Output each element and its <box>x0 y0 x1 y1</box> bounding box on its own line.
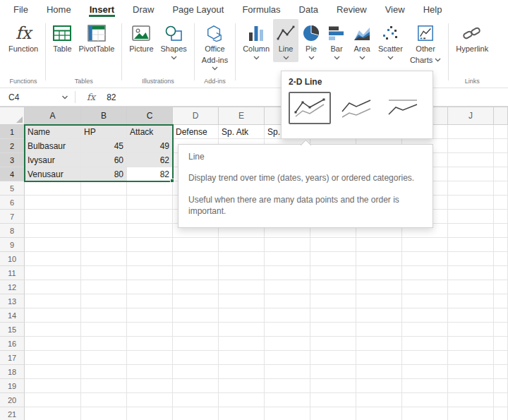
cell-E20[interactable] <box>219 393 265 407</box>
cell-E9[interactable] <box>219 238 265 252</box>
cell-J8[interactable] <box>448 224 494 238</box>
cell-A15[interactable] <box>25 323 81 337</box>
tab-review[interactable]: Review <box>327 1 376 17</box>
select-all-corner[interactable] <box>0 107 25 125</box>
tab-view[interactable]: View <box>376 1 414 17</box>
cell-B16[interactable] <box>81 337 127 351</box>
cell-G10[interactable] <box>310 252 356 266</box>
cell-J11[interactable] <box>448 266 494 280</box>
cell-F19[interactable] <box>265 379 310 393</box>
pie-chart-button[interactable]: Pie <box>298 19 324 62</box>
cell-A19[interactable] <box>25 379 81 393</box>
cell-A14[interactable] <box>25 308 81 323</box>
cell-J12[interactable] <box>448 280 494 294</box>
cell-F10[interactable] <box>265 252 310 266</box>
cell-C8[interactable] <box>127 224 173 238</box>
cell-A21[interactable] <box>25 407 81 420</box>
picture-button[interactable]: Picture <box>126 19 157 56</box>
cell-J17[interactable] <box>448 351 494 365</box>
other-charts-button[interactable]: Other Charts <box>406 19 445 66</box>
cell-A11[interactable] <box>25 266 81 280</box>
cell-F12[interactable] <box>265 280 310 294</box>
row-header-19[interactable]: 19 <box>0 379 25 393</box>
row-header-18[interactable]: 18 <box>0 365 25 379</box>
cell-F20[interactable] <box>265 393 310 407</box>
cell-J3[interactable] <box>448 153 494 167</box>
row-header-1[interactable]: 1 <box>0 125 25 139</box>
cell-A6[interactable] <box>25 196 81 210</box>
tab-data[interactable]: Data <box>290 1 327 17</box>
cell-B21[interactable] <box>81 407 127 420</box>
cell-F9[interactable] <box>265 238 310 252</box>
column-header-J[interactable]: J <box>448 107 494 125</box>
cell-I15[interactable] <box>402 323 448 337</box>
cell-E11[interactable] <box>219 266 265 280</box>
name-box[interactable]: C4 <box>0 88 75 106</box>
line-chart-button[interactable]: Line <box>273 19 298 62</box>
cell-I11[interactable] <box>402 266 448 280</box>
bar-chart-button[interactable]: Bar <box>324 19 349 62</box>
cell-D9[interactable] <box>173 238 219 252</box>
area-chart-button[interactable]: Area <box>349 19 375 62</box>
cell-H10[interactable] <box>356 252 402 266</box>
fill-handle[interactable] <box>170 179 174 183</box>
cell-C18[interactable] <box>127 365 173 379</box>
cell-H15[interactable] <box>356 323 402 337</box>
cell-B15[interactable] <box>81 323 127 337</box>
cell-H9[interactable] <box>356 238 402 252</box>
cell-D14[interactable] <box>173 308 219 323</box>
row-header-11[interactable]: 11 <box>0 266 25 280</box>
row-header-9[interactable]: 9 <box>0 238 25 252</box>
cell-J18[interactable] <box>448 365 494 379</box>
row-header-4[interactable]: 4 <box>0 167 25 181</box>
fx-icon[interactable]: fx <box>87 92 95 102</box>
cell-B4[interactable]: 80 <box>81 167 127 181</box>
cell-A8[interactable] <box>25 224 81 238</box>
row-header-10[interactable]: 10 <box>0 252 25 266</box>
row-header-2[interactable]: 2 <box>0 139 25 153</box>
cell-H12[interactable] <box>356 280 402 294</box>
row-header-7[interactable]: 7 <box>0 210 25 224</box>
cell-C11[interactable] <box>127 266 173 280</box>
cell-C3[interactable]: 62 <box>127 153 173 167</box>
cell-D20[interactable] <box>173 393 219 407</box>
cell-J16[interactable] <box>448 337 494 351</box>
cell-F21[interactable] <box>265 407 310 420</box>
cell-A7[interactable] <box>25 210 81 224</box>
cell-H17[interactable] <box>356 351 402 365</box>
cell-D17[interactable] <box>173 351 219 365</box>
cell-E13[interactable] <box>219 294 265 308</box>
cell-C7[interactable] <box>127 210 173 224</box>
cell-A2[interactable]: Bulbasaur <box>25 139 81 153</box>
cell-D10[interactable] <box>173 252 219 266</box>
cell-J14[interactable] <box>448 308 494 323</box>
column-header-B[interactable]: B <box>81 107 127 125</box>
stacked-100-line-chart-option[interactable] <box>382 92 424 124</box>
cell-A10[interactable] <box>25 252 81 266</box>
row-header-14[interactable]: 14 <box>0 308 25 323</box>
formula-input[interactable]: 82 <box>107 92 116 102</box>
column-header-A[interactable]: A <box>25 107 81 125</box>
cell-F14[interactable] <box>265 308 310 323</box>
cell-I17[interactable] <box>402 351 448 365</box>
row-header-5[interactable]: 5 <box>0 181 25 196</box>
cell-B1[interactable]: HP <box>81 125 127 139</box>
cell-B17[interactable] <box>81 351 127 365</box>
cell-G16[interactable] <box>310 337 356 351</box>
cell-D18[interactable] <box>173 365 219 379</box>
cell-B13[interactable] <box>81 294 127 308</box>
cell-D13[interactable] <box>173 294 219 308</box>
hyperlink-button[interactable]: Hyperlink <box>452 19 492 56</box>
column-header-D[interactable]: D <box>173 107 219 125</box>
cell-C10[interactable] <box>127 252 173 266</box>
cell-C2[interactable]: 49 <box>127 139 173 153</box>
cell-B11[interactable] <box>81 266 127 280</box>
cell-H16[interactable] <box>356 337 402 351</box>
cell-A12[interactable] <box>25 280 81 294</box>
cell-B6[interactable] <box>81 196 127 210</box>
cell-F17[interactable] <box>265 351 310 365</box>
cell-H11[interactable] <box>356 266 402 280</box>
cell-C12[interactable] <box>127 280 173 294</box>
row-header-12[interactable]: 12 <box>0 280 25 294</box>
cell-I21[interactable] <box>402 407 448 420</box>
